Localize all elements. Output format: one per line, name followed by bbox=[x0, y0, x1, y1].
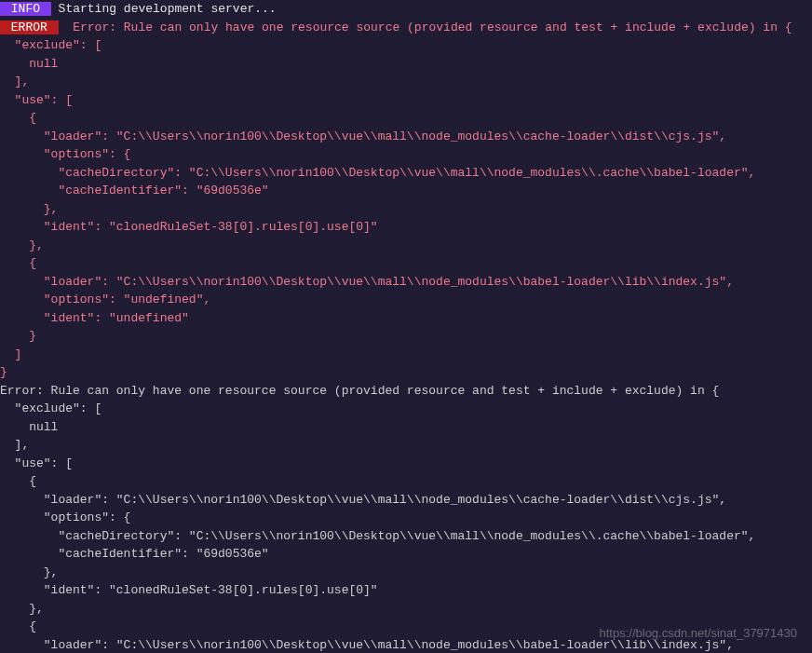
normal-json-line: }, bbox=[0, 564, 812, 582]
error-json-line: "cacheIdentifier": "69d0536e" bbox=[0, 182, 812, 200]
error-badge: ERROR bbox=[0, 20, 59, 34]
error-json-line: "exclude": [ bbox=[0, 36, 812, 55]
normal-json-line: "options": { bbox=[0, 509, 812, 527]
normal-error-message: Error: Rule can only have one resource s… bbox=[0, 382, 812, 401]
watermark-text: https://blog.csdn.net/sinat_37971430 bbox=[600, 624, 798, 643]
info-line: INFO Starting development server... bbox=[0, 0, 812, 19]
terminal-output: INFO Starting development server... ERRO… bbox=[0, 0, 812, 653]
error-json-line: "options": { bbox=[0, 145, 812, 164]
error-json-line: "cacheDirectory": "C:\\Users\\norin100\\… bbox=[0, 164, 812, 183]
normal-json-line: "loader": "C:\\Users\\norin100\\Desktop\… bbox=[0, 491, 812, 510]
normal-json-block: "exclude": [ null ], "use": [ { "loader"… bbox=[0, 400, 812, 653]
normal-json-line: "cacheDirectory": "C:\\Users\\norin100\\… bbox=[0, 527, 812, 546]
error-json-line: }, bbox=[0, 237, 812, 255]
error-json-line: "options": "undefined", bbox=[0, 291, 812, 309]
info-badge: INFO bbox=[0, 2, 51, 16]
normal-json-line: "ident": "clonedRuleSet-38[0].rules[0].u… bbox=[0, 581, 812, 600]
error-json-line: { bbox=[0, 109, 812, 128]
error-json-line: "loader": "C:\\Users\\norin100\\Desktop\… bbox=[0, 128, 812, 146]
error-json-line: "use": [ bbox=[0, 91, 812, 110]
error-json-line: "ident": "clonedRuleSet-38[0].rules[0].u… bbox=[0, 218, 812, 237]
normal-json-line: "cacheIdentifier": "69d0536e" bbox=[0, 545, 812, 564]
error-message-start: Error: Rule can only have one resource s… bbox=[59, 20, 792, 34]
normal-json-line: null bbox=[0, 418, 812, 437]
error-json-line: } bbox=[0, 327, 812, 346]
normal-json-line: { bbox=[0, 472, 812, 491]
error-json-block: "exclude": [ null ], "use": [ { "loader"… bbox=[0, 36, 812, 382]
error-json-line: "ident": "undefined" bbox=[0, 309, 812, 328]
normal-json-line: "use": [ bbox=[0, 455, 812, 473]
error-json-line: null bbox=[0, 55, 812, 74]
error-json-line: ] bbox=[0, 346, 812, 364]
error-json-line: "loader": "C:\\Users\\norin100\\Desktop\… bbox=[0, 273, 812, 292]
info-message: Starting development server... bbox=[51, 2, 277, 16]
normal-json-line: }, bbox=[0, 600, 812, 619]
error-json-line: }, bbox=[0, 200, 812, 219]
normal-json-line: "exclude": [ bbox=[0, 400, 812, 418]
error-json-line: ], bbox=[0, 73, 812, 91]
normal-json-line: ], bbox=[0, 436, 812, 455]
error-json-line: { bbox=[0, 254, 812, 273]
error-line: ERROR Error: Rule can only have one reso… bbox=[0, 19, 812, 37]
error-json-line: } bbox=[0, 363, 812, 382]
